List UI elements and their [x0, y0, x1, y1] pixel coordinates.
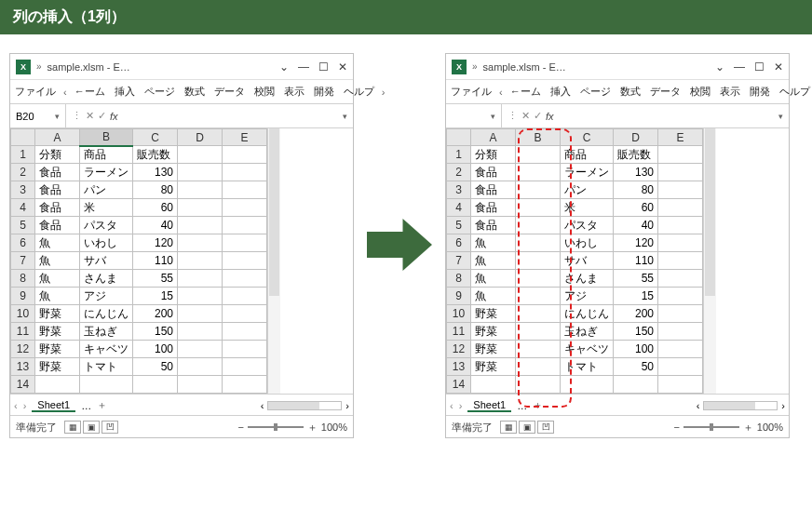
scroll-left-icon[interactable]: ‹: [261, 400, 264, 411]
cell[interactable]: [178, 252, 223, 270]
sheet-more-icon[interactable]: …: [517, 400, 527, 411]
sheet-nav-left-icon[interactable]: ‹: [14, 400, 18, 411]
cell[interactable]: [658, 199, 703, 217]
cell[interactable]: いわし: [561, 234, 614, 252]
view-break-button[interactable]: 凹: [537, 421, 554, 434]
cell[interactable]: 魚: [471, 288, 516, 305]
cell[interactable]: [35, 376, 80, 394]
vertical-scrollbar[interactable]: [703, 128, 716, 394]
row-header[interactable]: 4: [447, 199, 471, 217]
cell[interactable]: [614, 376, 658, 394]
cell[interactable]: 食品: [471, 199, 516, 217]
cell[interactable]: 分類: [35, 146, 80, 164]
cell[interactable]: 野菜: [471, 358, 516, 376]
close-button[interactable]: ✕: [338, 60, 347, 74]
col-header[interactable]: A: [471, 129, 516, 146]
cell[interactable]: 110: [133, 252, 178, 270]
col-header[interactable]: E: [658, 129, 703, 146]
cell[interactable]: [658, 181, 703, 199]
cell[interactable]: [133, 376, 178, 394]
cell[interactable]: 食品: [35, 181, 80, 199]
cell[interactable]: いわし: [80, 234, 133, 252]
cell[interactable]: ラーメン: [80, 164, 133, 181]
tab-page[interactable]: ページ: [575, 80, 616, 103]
cell[interactable]: [223, 270, 267, 288]
dropdown-icon[interactable]: ▾: [55, 112, 60, 121]
row-header[interactable]: 6: [11, 234, 35, 252]
sheet-nav-left-icon[interactable]: ‹: [450, 400, 453, 411]
name-box[interactable]: B20 ▾: [10, 104, 66, 127]
cell[interactable]: 魚: [471, 234, 516, 252]
cell[interactable]: [516, 288, 561, 305]
zoom-slider[interactable]: − ＋ 100%: [673, 421, 783, 435]
zoom-out-button[interactable]: −: [237, 422, 243, 433]
cell[interactable]: 食品: [471, 181, 516, 199]
col-header[interactable]: D: [614, 129, 658, 146]
cell[interactable]: [178, 270, 223, 288]
cell[interactable]: [561, 376, 614, 394]
select-all-corner[interactable]: [11, 129, 35, 146]
cell[interactable]: [516, 376, 561, 394]
tab-dev[interactable]: 開発: [309, 80, 339, 103]
tab-review[interactable]: 校閲: [250, 80, 279, 103]
scroll-left-icon[interactable]: ‹: [697, 400, 700, 411]
cell[interactable]: アジ: [561, 288, 614, 305]
row-header[interactable]: 13: [447, 358, 471, 376]
name-box[interactable]: ▾: [446, 104, 502, 127]
cell[interactable]: [658, 217, 703, 234]
cell[interactable]: [658, 146, 703, 164]
row-header[interactable]: 11: [447, 323, 471, 341]
cell[interactable]: 玉ねぎ: [561, 323, 614, 341]
cell[interactable]: サバ: [561, 252, 614, 270]
cell[interactable]: 15: [614, 288, 658, 305]
col-header[interactable]: D: [178, 129, 223, 146]
cell[interactable]: [223, 181, 267, 199]
cell[interactable]: 野菜: [471, 305, 516, 323]
cell[interactable]: 米: [561, 199, 614, 217]
cell[interactable]: [658, 288, 703, 305]
col-header-selected[interactable]: B: [80, 129, 133, 146]
cell[interactable]: [178, 146, 223, 164]
scroll-right-icon[interactable]: ›: [781, 400, 785, 411]
row-header[interactable]: 8: [11, 270, 35, 288]
row-header[interactable]: 12: [11, 341, 35, 358]
cell[interactable]: 50: [133, 358, 178, 376]
cell[interactable]: 魚: [35, 270, 80, 288]
row-header[interactable]: 14: [11, 376, 35, 394]
cell[interactable]: さんま: [561, 270, 614, 288]
cell[interactable]: [658, 341, 703, 358]
cell[interactable]: [516, 217, 561, 234]
tab-data[interactable]: データ: [645, 80, 685, 103]
cell[interactable]: 40: [614, 217, 658, 234]
cell[interactable]: [80, 376, 133, 394]
cell[interactable]: 55: [133, 270, 178, 288]
cell[interactable]: [516, 181, 561, 199]
row-header[interactable]: 10: [11, 305, 35, 323]
cell[interactable]: [658, 270, 703, 288]
cell[interactable]: 60: [133, 199, 178, 217]
cell[interactable]: サバ: [80, 252, 133, 270]
cell[interactable]: 野菜: [35, 305, 80, 323]
cell[interactable]: にんじん: [561, 305, 614, 323]
row-header[interactable]: 5: [11, 217, 35, 234]
view-break-button[interactable]: 凹: [102, 421, 118, 434]
row-header[interactable]: 3: [11, 181, 35, 199]
cell[interactable]: トマト: [561, 358, 614, 376]
row-header[interactable]: 7: [447, 252, 471, 270]
cell[interactable]: 食品: [35, 199, 80, 217]
cell[interactable]: 魚: [471, 252, 516, 270]
dropdown-icon[interactable]: ⌄: [715, 60, 724, 74]
sheet-tab[interactable]: Sheet1: [467, 399, 511, 412]
cell[interactable]: 100: [614, 341, 658, 358]
col-header[interactable]: B: [516, 129, 561, 146]
cell[interactable]: 130: [133, 164, 178, 181]
check-icon[interactable]: ✓: [534, 110, 542, 122]
cell[interactable]: [223, 376, 267, 394]
add-sheet-button[interactable]: ＋: [533, 398, 543, 412]
spreadsheet-grid-left[interactable]: A B C D E 1分類商品販売数2食品ラーメン1303食品パン804食品米6…: [10, 128, 267, 394]
minimize-button[interactable]: —: [734, 60, 745, 74]
tab-home[interactable]: ←ーム: [70, 80, 110, 103]
cell[interactable]: 120: [133, 234, 178, 252]
cell[interactable]: 60: [614, 199, 658, 217]
cell[interactable]: [178, 305, 223, 323]
